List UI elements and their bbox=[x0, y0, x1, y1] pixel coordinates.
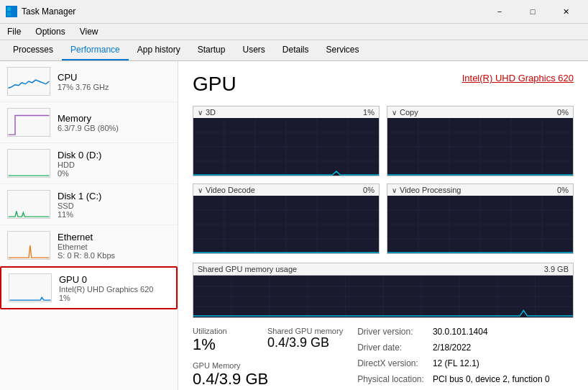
svg-rect-6 bbox=[9, 150, 50, 177]
gpu0-info: GPU 0 Intel(R) UHD Graphics 620 1% bbox=[59, 274, 169, 302]
ethernet-info: Ethernet Ethernet S: 0 R: 8.0 Kbps bbox=[58, 232, 170, 260]
graph-video-decode-area bbox=[193, 196, 379, 253]
graph-video-processing-label-bar: ∨ Video Processing 0% bbox=[387, 184, 573, 196]
graph-3d-label-bar: ∨ 3D 1% bbox=[193, 106, 379, 118]
svg-rect-2 bbox=[7, 12, 11, 16]
sidebar-item-cpu[interactable]: CPU 17% 3.76 GHz bbox=[0, 61, 178, 102]
ethernet-name: Ethernet bbox=[58, 232, 170, 242]
disk1-info: Disk 1 (C:) SSD 11% bbox=[58, 191, 170, 219]
gpu0-name: GPU 0 bbox=[59, 274, 169, 285]
svg-rect-1 bbox=[12, 7, 16, 11]
graph-video-processing-label: Video Processing bbox=[400, 186, 461, 194]
app-title: Task Manager bbox=[22, 6, 75, 17]
shared-memory-value: 3.9 GB bbox=[544, 265, 569, 273]
memory-sub: 6.3/7.9 GB (80%) bbox=[58, 124, 170, 132]
chevron-video-processing: ∨ bbox=[392, 186, 397, 194]
title-bar-left: Task Manager bbox=[6, 6, 75, 17]
stat-utilization-value: 1% bbox=[193, 335, 250, 354]
graph-video-processing-percent: 0% bbox=[557, 186, 569, 194]
memory-name: Memory bbox=[58, 113, 170, 124]
disk1-name: Disk 1 (C:) bbox=[58, 191, 170, 201]
disk1-mini-graph bbox=[7, 190, 50, 219]
memory-mini-graph bbox=[7, 108, 50, 137]
gpu-mini-graph bbox=[9, 273, 52, 302]
graph-3d-area bbox=[193, 118, 379, 176]
info-grid: Driver version: 30.0.101.1404 Driver dat… bbox=[357, 327, 549, 389]
stat-utilization-label: Utilization bbox=[193, 327, 250, 335]
gpu0-val: 1% bbox=[59, 294, 169, 302]
svg-rect-7 bbox=[9, 191, 50, 218]
info-val-physical-location: PCI bus 0, device 2, function 0 bbox=[433, 374, 550, 389]
detail-subtitle: Intel(R) UHD Graphics 620 bbox=[462, 73, 574, 83]
graph-copy-percent: 0% bbox=[557, 108, 569, 117]
disk0-mini-graph bbox=[7, 149, 50, 178]
stat-shared-gpu-memory-value: 0.4/3.9 GB bbox=[267, 335, 343, 350]
close-button[interactable]: ✕ bbox=[549, 4, 582, 19]
cpu-mini-graph bbox=[7, 67, 50, 96]
disk1-val: 11% bbox=[58, 210, 170, 219]
info-val-driver-version: 30.0.101.1404 bbox=[433, 327, 550, 341]
menu-file[interactable]: File bbox=[4, 25, 24, 38]
ethernet-sub: Ethernet bbox=[58, 242, 170, 251]
graph-video-decode-label: Video Decode bbox=[206, 186, 255, 194]
info-key-directx: DirectX version: bbox=[357, 358, 424, 373]
svg-rect-0 bbox=[7, 7, 11, 11]
info-key-driver-date: Driver date: bbox=[357, 343, 424, 357]
tab-processes[interactable]: Processes bbox=[4, 40, 62, 60]
info-key-physical-location: Physical location: bbox=[357, 374, 424, 389]
graph-video-decode: ∨ Video Decode 0% bbox=[193, 183, 380, 254]
sidebar-item-disk0[interactable]: Disk 0 (D:) HDD 0% bbox=[0, 143, 178, 184]
memory-info: Memory 6.3/7.9 GB (80%) bbox=[58, 113, 170, 132]
tab-users[interactable]: Users bbox=[234, 40, 273, 60]
disk0-val: 0% bbox=[58, 169, 170, 178]
cpu-name: CPU bbox=[58, 72, 170, 83]
graph-video-decode-label-bar: ∨ Video Decode 0% bbox=[193, 184, 379, 196]
graph-video-processing: ∨ Video Processing 0% bbox=[387, 183, 574, 254]
ethernet-val: S: 0 R: 8.0 Kbps bbox=[58, 251, 170, 260]
cpu-sub: 17% 3.76 GHz bbox=[58, 83, 170, 91]
shared-memory-section: Shared GPU memory usage 3.9 GB bbox=[193, 263, 574, 318]
tab-performance[interactable]: Performance bbox=[62, 40, 129, 60]
info-key-driver-version: Driver version: bbox=[357, 327, 424, 341]
tab-startup[interactable]: Startup bbox=[189, 40, 234, 60]
detail-panel: GPU Intel(R) UHD Graphics 620 ∨ 3D 1% bbox=[178, 61, 588, 390]
stats-section: Utilization 1% Shared GPU memory 0.4/3.9… bbox=[193, 327, 343, 389]
chevron-3d: ∨ bbox=[198, 109, 203, 117]
cpu-info: CPU 17% 3.76 GHz bbox=[58, 72, 170, 91]
info-val-directx: 12 (FL 12.1) bbox=[433, 358, 550, 373]
stat-gpu-memory-label: GPU Memory bbox=[193, 361, 343, 370]
window-controls[interactable]: − □ ✕ bbox=[483, 4, 582, 19]
disk0-name: Disk 0 (D:) bbox=[58, 150, 170, 160]
stat-gpu-memory-block: GPU Memory 0.4/3.9 GB bbox=[193, 361, 343, 389]
graph-copy-label: Copy bbox=[400, 108, 418, 117]
chevron-video-decode: ∨ bbox=[198, 186, 203, 194]
graph-video-decode-percent: 0% bbox=[363, 186, 375, 194]
stat-shared-gpu-memory: Shared GPU memory 0.4/3.9 GB bbox=[267, 327, 343, 354]
menu-view[interactable]: View bbox=[77, 25, 101, 38]
gpu0-sub: Intel(R) UHD Graphics 620 bbox=[59, 285, 169, 294]
graph-copy-area bbox=[387, 118, 573, 176]
app-icon bbox=[6, 6, 17, 17]
sidebar-item-ethernet[interactable]: Ethernet Ethernet S: 0 R: 8.0 Kbps bbox=[0, 225, 178, 266]
detail-header: GPU Intel(R) UHD Graphics 620 bbox=[193, 73, 574, 96]
maximize-button[interactable]: □ bbox=[516, 4, 549, 19]
detail-title: GPU bbox=[193, 73, 236, 96]
graph-copy: ∨ Copy 0% bbox=[387, 106, 574, 176]
shared-memory-label: Shared GPU memory usage bbox=[198, 265, 297, 273]
graph-3d-percent: 1% bbox=[363, 108, 375, 117]
sidebar-item-gpu0[interactable]: GPU 0 Intel(R) UHD Graphics 620 1% bbox=[0, 266, 178, 309]
svg-rect-3 bbox=[12, 12, 16, 16]
tab-details[interactable]: Details bbox=[274, 40, 318, 60]
disk0-info: Disk 0 (D:) HDD 0% bbox=[58, 150, 170, 178]
sidebar-item-memory[interactable]: Memory 6.3/7.9 GB (80%) bbox=[0, 102, 178, 143]
disk1-sub: SSD bbox=[58, 201, 170, 210]
gpu-graphs-grid: ∨ 3D 1% bbox=[193, 106, 574, 254]
minimize-button[interactable]: − bbox=[483, 4, 516, 19]
disk0-sub: HDD bbox=[58, 160, 170, 169]
sidebar-item-disk1[interactable]: Disk 1 (C:) SSD 11% bbox=[0, 184, 178, 225]
sidebar: CPU 17% 3.76 GHz Memory 6.3/7.9 GB (80%) bbox=[0, 61, 178, 390]
menu-options[interactable]: Options bbox=[32, 25, 68, 38]
tab-services[interactable]: Services bbox=[318, 40, 368, 60]
info-val-driver-date: 2/18/2022 bbox=[433, 343, 550, 357]
tab-app-history[interactable]: App history bbox=[129, 40, 189, 60]
